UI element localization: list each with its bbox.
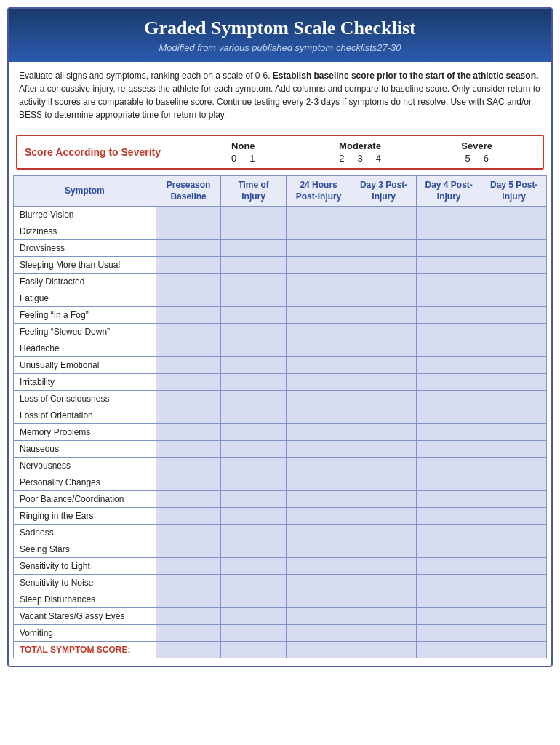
data-cell[interactable] — [351, 525, 417, 541]
data-cell[interactable] — [286, 391, 351, 407]
data-cell[interactable] — [416, 541, 481, 558]
data-cell[interactable] — [286, 541, 351, 558]
data-cell[interactable] — [221, 374, 287, 391]
data-cell[interactable] — [416, 240, 481, 257]
data-cell[interactable] — [221, 407, 287, 424]
data-cell[interactable] — [286, 290, 351, 307]
data-cell[interactable] — [351, 274, 417, 290]
data-cell[interactable] — [481, 407, 547, 424]
data-cell[interactable] — [481, 391, 547, 407]
data-cell[interactable] — [286, 508, 351, 525]
data-cell[interactable] — [221, 558, 287, 575]
data-cell[interactable] — [351, 491, 417, 508]
data-cell[interactable] — [416, 257, 481, 274]
data-cell[interactable] — [156, 374, 221, 391]
data-cell[interactable] — [481, 207, 547, 223]
data-cell[interactable] — [351, 307, 417, 324]
data-cell[interactable] — [351, 474, 417, 491]
data-cell[interactable] — [481, 290, 547, 307]
data-cell[interactable] — [351, 625, 417, 642]
total-cell[interactable] — [351, 642, 417, 658]
data-cell[interactable] — [481, 608, 547, 625]
data-cell[interactable] — [286, 424, 351, 441]
data-cell[interactable] — [286, 374, 351, 391]
data-cell[interactable] — [156, 508, 221, 525]
data-cell[interactable] — [416, 491, 481, 508]
data-cell[interactable] — [221, 307, 287, 324]
data-cell[interactable] — [156, 324, 221, 340]
data-cell[interactable] — [416, 391, 481, 407]
data-cell[interactable] — [156, 424, 221, 441]
data-cell[interactable] — [286, 257, 351, 274]
data-cell[interactable] — [416, 424, 481, 441]
data-cell[interactable] — [221, 357, 287, 374]
data-cell[interactable] — [221, 525, 287, 541]
data-cell[interactable] — [351, 223, 417, 240]
data-cell[interactable] — [481, 424, 547, 441]
data-cell[interactable] — [416, 458, 481, 474]
total-cell[interactable] — [156, 642, 221, 658]
data-cell[interactable] — [481, 541, 547, 558]
data-cell[interactable] — [156, 608, 221, 625]
data-cell[interactable] — [156, 240, 221, 257]
data-cell[interactable] — [416, 525, 481, 541]
total-cell[interactable] — [416, 642, 481, 658]
data-cell[interactable] — [481, 374, 547, 391]
data-cell[interactable] — [416, 625, 481, 642]
data-cell[interactable] — [351, 424, 417, 441]
data-cell[interactable] — [416, 274, 481, 290]
data-cell[interactable] — [481, 340, 547, 357]
data-cell[interactable] — [156, 541, 221, 558]
data-cell[interactable] — [221, 441, 287, 458]
data-cell[interactable] — [481, 474, 547, 491]
data-cell[interactable] — [156, 575, 221, 591]
data-cell[interactable] — [286, 525, 351, 541]
data-cell[interactable] — [351, 458, 417, 474]
data-cell[interactable] — [416, 324, 481, 340]
data-cell[interactable] — [286, 491, 351, 508]
data-cell[interactable] — [416, 357, 481, 374]
data-cell[interactable] — [416, 575, 481, 591]
data-cell[interactable] — [481, 491, 547, 508]
data-cell[interactable] — [351, 374, 417, 391]
data-cell[interactable] — [221, 257, 287, 274]
data-cell[interactable] — [416, 290, 481, 307]
data-cell[interactable] — [286, 575, 351, 591]
data-cell[interactable] — [156, 357, 221, 374]
data-cell[interactable] — [351, 541, 417, 558]
data-cell[interactable] — [286, 307, 351, 324]
total-cell[interactable] — [481, 642, 547, 658]
data-cell[interactable] — [416, 508, 481, 525]
data-cell[interactable] — [481, 257, 547, 274]
data-cell[interactable] — [156, 290, 221, 307]
data-cell[interactable] — [351, 257, 417, 274]
data-cell[interactable] — [351, 407, 417, 424]
data-cell[interactable] — [416, 207, 481, 223]
data-cell[interactable] — [481, 274, 547, 290]
data-cell[interactable] — [156, 491, 221, 508]
data-cell[interactable] — [481, 575, 547, 591]
data-cell[interactable] — [286, 274, 351, 290]
data-cell[interactable] — [286, 558, 351, 575]
data-cell[interactable] — [286, 608, 351, 625]
data-cell[interactable] — [286, 407, 351, 424]
data-cell[interactable] — [156, 257, 221, 274]
data-cell[interactable] — [481, 525, 547, 541]
data-cell[interactable] — [481, 223, 547, 240]
data-cell[interactable] — [416, 307, 481, 324]
data-cell[interactable] — [351, 591, 417, 608]
data-cell[interactable] — [286, 441, 351, 458]
data-cell[interactable] — [351, 340, 417, 357]
data-cell[interactable] — [156, 207, 221, 223]
data-cell[interactable] — [221, 324, 287, 340]
data-cell[interactable] — [221, 240, 287, 257]
data-cell[interactable] — [286, 357, 351, 374]
data-cell[interactable] — [156, 441, 221, 458]
data-cell[interactable] — [221, 575, 287, 591]
data-cell[interactable] — [481, 240, 547, 257]
data-cell[interactable] — [221, 541, 287, 558]
data-cell[interactable] — [286, 324, 351, 340]
data-cell[interactable] — [286, 223, 351, 240]
data-cell[interactable] — [221, 474, 287, 491]
data-cell[interactable] — [156, 391, 221, 407]
